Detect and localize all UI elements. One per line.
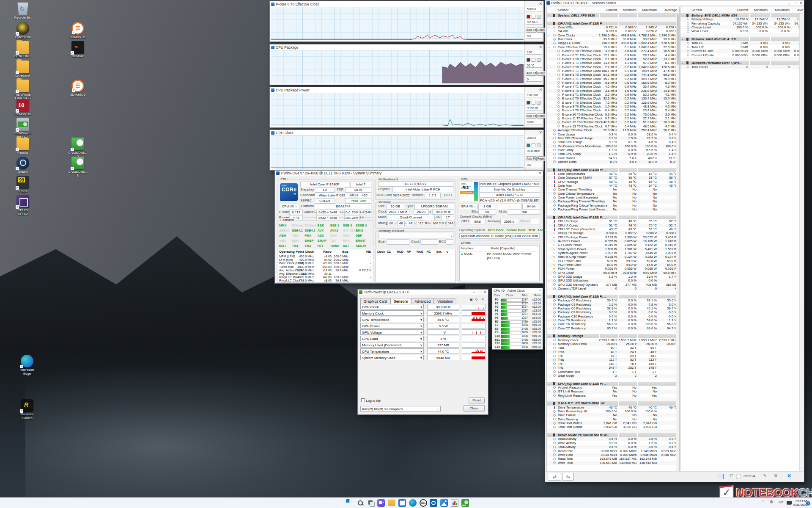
desktop-icon[interactable]: 99➚Fraps	[8, 176, 38, 193]
sensor-row[interactable]: Drive WarningNoNoNo	[547, 417, 676, 421]
sensor-row[interactable]: GPU Clock99.8 MHz99.8 MHz99.8 MHz99.8 MH…	[547, 271, 676, 275]
desktop-icon[interactable]: ⌁➚3DMark	[63, 41, 93, 58]
col-sensor[interactable]: Sensor	[691, 8, 702, 12]
sensor-row[interactable]: Drive FailureNoNoNo	[547, 413, 676, 417]
collapse-arrow-icon[interactable]: ›	[547, 384, 551, 384]
desktop-icon[interactable]: ➚Results	[8, 138, 38, 155]
desktop-icon[interactable]: ☰➚3DMark 11	[63, 22, 93, 39]
sensor-row[interactable]: ›ϟCore VIDs0.751 V0.688 V1.345 V0.758 V	[547, 25, 676, 29]
sensor-row[interactable]: ϟIA Cores Power0.955 W0.825 W16.105 W1.2…	[547, 239, 676, 243]
collapse-arrow-icon[interactable]: ›	[680, 39, 684, 40]
sensor-row[interactable]: CPU IA Cores51 °C48 °C75 °C52 °C	[547, 224, 676, 227]
taskbar-icon-photos[interactable]	[440, 499, 448, 507]
monitor-icon[interactable]	[717, 474, 724, 479]
sensor-row[interactable]: Total CPU Utility1.2 %0.9 %20.0 %1.4 %	[547, 152, 676, 156]
collapse-arrow-icon[interactable]: ›	[547, 218, 551, 218]
graph-titlebar[interactable]: CPU Package	[270, 44, 524, 50]
color-swatch[interactable]	[537, 58, 540, 62]
col-maximum[interactable]: Maximum	[639, 8, 657, 12]
reset-button[interactable]: Reset	[469, 398, 485, 403]
swap-columns-button[interactable]: ⇄	[548, 473, 561, 480]
taskbar-icon-start[interactable]	[346, 499, 354, 507]
sensor-row[interactable]: E-core 11 T0 Effective Clock0.2 MHz0.2 M…	[547, 116, 676, 120]
sensor-section-row[interactable]: ›S.M.A.R.T.: PC SN810 NVMe W...	[547, 401, 676, 405]
sensor-row[interactable]: ϟGT Cores Power0.010 W0.005 W0.122 W0.01…	[547, 243, 676, 247]
tray-clock[interactable]: 7:15 PM 8/31/2022	[793, 499, 807, 507]
tab-graphics-card[interactable]: Graphics Card	[360, 298, 390, 304]
sensor-section-row[interactable]: ›Memory Timings	[547, 334, 676, 338]
close-icon[interactable]: ✕	[539, 88, 542, 92]
sensor-row[interactable]: Memory Clock Ratio26.00 x26.00 x26.00 x2…	[547, 342, 676, 346]
sensor-row[interactable]: CPU Package48 °C46 °C66 °C48 °C	[547, 180, 676, 184]
desktop-icon[interactable]: ➚TechPowe... GPU-Z	[8, 118, 38, 139]
taskbar-icon-hwinfo[interactable]	[451, 499, 458, 507]
desktop-icon[interactable]: ➚CrystalDisk... 5	[63, 138, 93, 158]
reset-button[interactable]: Reset	[537, 28, 545, 33]
collapse-arrow-icon[interactable]: ›	[547, 23, 551, 24]
desktop-icon[interactable]: ➚CPUID CPU-Z	[8, 195, 38, 216]
active-clock-window[interactable]: CPU #0 - Active Clock ✕ CoreClockMHzRati…	[492, 288, 543, 350]
summary-titlebar[interactable]: HWiNFO64 v7.26-4800 @ DELL XPS 9320 - Sy…	[275, 171, 543, 176]
sensor-row[interactable]: Trc160 T76 T160 T	[547, 362, 676, 366]
sensor-row[interactable]: Uncore Ratio8.0 x4.0 x31.0 x6.8 x	[547, 160, 676, 164]
desktop-icon[interactable]: ↻Recycle Bin	[8, 3, 38, 19]
expand-arrow-icon[interactable]: ›	[549, 389, 549, 393]
sensor-row[interactable]: ›Core Temperatures43 °C39 °C64 °C44 °C	[547, 172, 676, 176]
sensor-row[interactable]: E-core 10 T0 Effective Clock0.3 MHz0.2 M…	[547, 113, 676, 116]
collapse-arrow-icon[interactable]: ›	[680, 63, 684, 64]
sensors-right-header[interactable]: Sensor Current Minimum Maximum Average	[680, 7, 803, 14]
color-swatch[interactable]	[532, 144, 535, 147]
tray-chevron-icon[interactable]: ⌃	[761, 500, 765, 504]
active-clock-titlebar[interactable]: CPU #0 - Active Clock ✕	[492, 288, 543, 293]
sensor-row[interactable]: P-core 1 T0 Effective Clock2.1 MHz1.4 MH…	[547, 57, 676, 61]
tray-mute-icon[interactable]: ◁✕	[778, 500, 784, 504]
sensor-row[interactable]: Current UP rate0.000 KB/s0.000 KB/s0.000…	[680, 53, 800, 57]
sensor-select[interactable]: System Memory Used▾	[360, 355, 424, 360]
color-swatch-active[interactable]	[527, 58, 530, 62]
notification-badge[interactable]: 1	[806, 501, 810, 505]
sensor-row[interactable]: Package/Ring Critical TemperatureNoNoNo	[547, 204, 676, 207]
sensor-row[interactable]: P-core 5 T0 Effective Clock3.6 MHz1.6 MH…	[547, 89, 676, 93]
graph-titlebar[interactable]: P-core 0 T0 Effective Clock	[270, 1, 524, 7]
auto-fit-button[interactable]: Auto Fit	[526, 113, 537, 119]
sensor-select[interactable]: GPU Temperature▾	[360, 317, 424, 322]
sensor-row[interactable]: ϟRest-of-Chip Power0.138 W0.124 W0.283 W…	[547, 255, 676, 259]
taskbar-icon-intel[interactable]	[430, 499, 437, 507]
taskbar-icon-dell[interactable]: DELL	[420, 499, 427, 507]
color-swatch[interactable]	[537, 144, 540, 147]
sensor-row[interactable]: P-core 0 T1 Effective Clock12.1 MHz0.9 M…	[547, 53, 676, 57]
color-swatch-active[interactable]	[527, 15, 530, 19]
sensor-row[interactable]: E-core 12 T0 Effective Clock42.6 MHz0.2 …	[547, 120, 676, 124]
sensor-row[interactable]: P-core 2 T0 Effective Clock2.2 MHz0.2 MH…	[547, 65, 676, 69]
sensor-row[interactable]: P-core 0 T0 Effective Clock3.0 MHz1.6 MH…	[547, 49, 676, 53]
sensor-row[interactable]: ›Core Usage0.3 %0.0 %28.2 %0.4 %	[547, 133, 676, 136]
sensor-row[interactable]: Total Errors000	[680, 65, 800, 69]
sensor-row[interactable]: ›GT Limit ReasonsNoNoNo	[547, 389, 676, 393]
sensors-titlebar[interactable]: HWiNFO64 v7.26-4800 - Sensors Status ─ □…	[545, 0, 804, 6]
col-minimum[interactable]: Minimum	[620, 8, 636, 12]
sensor-select[interactable]: Memory Used (Dedicated)▾	[360, 342, 424, 348]
sensor-section-row[interactable]: ›CPU [#0]: Intel Core i7-1280P: ...	[547, 295, 676, 298]
sensor-row[interactable]: ›Core Distance to TjMAX57 °C36 °C61 °C56…	[547, 176, 676, 179]
tray-globe-icon[interactable]: ⊕	[770, 500, 773, 504]
sensor-row[interactable]: Command Rate1 T1 T1 T	[547, 370, 676, 374]
sensor-row[interactable]: ›Core C6 Residency56.8 %0.0 %100.0 %56.8…	[547, 322, 676, 326]
sensor-section-row[interactable]: ›Battery: BYD DELL NXRKW24	[680, 14, 800, 17]
sensor-row[interactable]: Memory Clock2,593.7 MHz2,593.7 MHz2,593.…	[547, 338, 676, 342]
sensor-row[interactable]: Current cTDP Level0000	[547, 287, 676, 290]
sensor-row[interactable]: ϟCPU Package Power3.193 W2.906 W20.522 W…	[547, 235, 676, 239]
minimize-icon[interactable]: ─	[788, 1, 790, 5]
sensor-row[interactable]: Total CPU Usage0.3 %0.1 %4.6 %0.4 %	[547, 140, 676, 144]
maximize-icon[interactable]: □	[479, 290, 481, 294]
color-swatch[interactable]	[532, 58, 535, 62]
graph-window-1[interactable]: CPU Package✕10051 °CAuto FitReset0	[269, 44, 544, 85]
sensor-row[interactable]: ϟPCH Power0.056 W0.056 W0.069 W0.056 W	[547, 267, 676, 271]
sensor-row[interactable]: GPU D3D Memory Dynamic377 MB377 MB408 MB…	[547, 283, 676, 287]
hwinfo-sensors-window[interactable]: HWiNFO64 v7.26-4800 - Sensors Status ─ □…	[545, 0, 804, 482]
color-swatch-active[interactable]	[527, 101, 530, 105]
sensor-row[interactable]: ϟBattery Voltage13.250 V13.248 V13.254 V…	[680, 17, 800, 21]
sensor-select[interactable]: GPU Power▾	[360, 323, 424, 329]
sensor-section-row[interactable]: ›CPU [#0]: Intel Core i7-1280P: ...	[547, 215, 676, 219]
close-icon[interactable]: ✕	[538, 171, 542, 175]
col-sensor[interactable]: Sensor	[558, 8, 568, 12]
